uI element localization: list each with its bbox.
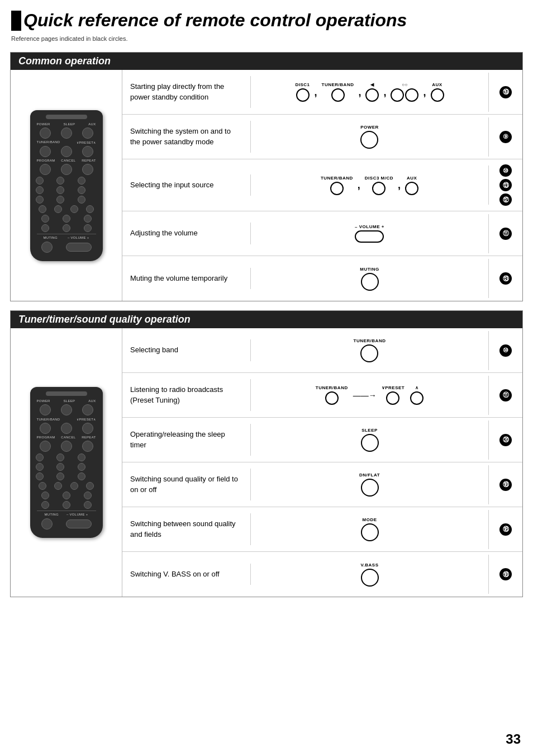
remote-btn-repeat[interactable]: [82, 164, 93, 175]
remote-btn-rew[interactable]: [54, 205, 62, 213]
remote-btn-ff[interactable]: [70, 205, 78, 213]
remote2-btn-stop[interactable]: [63, 492, 70, 499]
badge-11b: ⑪: [499, 389, 512, 401]
remote2-btn-power[interactable]: [40, 404, 51, 415]
remote2-btn-g4[interactable]: [36, 463, 44, 471]
remote2-label-aux: AUX: [88, 399, 96, 403]
remote-label-power: POWER: [37, 122, 50, 126]
remote2-btn-preset-up[interactable]: [82, 423, 93, 434]
remote2-btn-eq[interactable]: [63, 501, 70, 509]
vis-comma-6: ,: [398, 180, 401, 190]
remote-btn-deck2[interactable]: [86, 205, 94, 213]
vis-tunerband-label: TUNER/BAND: [322, 82, 354, 87]
remote2-btn-sleep[interactable]: [61, 404, 72, 415]
remote2-btn-play[interactable]: [84, 492, 92, 499]
tuner-op-row-3: Operating/releasing the sleep timer SLEE…: [122, 418, 522, 462]
vis-tunerband4-label: TUNER/BAND: [316, 385, 348, 390]
remote-label-sleep: SLEEP: [64, 122, 75, 126]
vis-aux-btn: AUX: [431, 82, 444, 102]
remote-btn-sleep[interactable]: [61, 127, 72, 139]
common-op-page-3: ⑩ ⑬ ⑫: [489, 159, 522, 211]
remote2-btn-g3[interactable]: [78, 453, 85, 461]
remote-btn-eq[interactable]: [63, 224, 70, 232]
vis-volume-label: – VOLUME +: [355, 224, 384, 229]
vis-tunerband2-btn: TUNER/BAND: [321, 176, 353, 195]
remote2-btn-volume[interactable]: [66, 519, 92, 528]
remote-btn-grid-9[interactable]: [78, 196, 85, 204]
remote-btn-grid-2[interactable]: [56, 177, 64, 185]
badge-9: ⑨: [499, 131, 512, 143]
remote-label-volume: – VOLUME +: [68, 236, 89, 239]
tuner-op-visual-1: TUNER/BAND: [251, 331, 489, 370]
remote-btn-tape[interactable]: [41, 215, 49, 223]
remote-btn-play[interactable]: [84, 215, 92, 223]
remote-btn-volume[interactable]: [66, 243, 92, 252]
remote-btn-grid-3[interactable]: [78, 177, 85, 185]
remote2-btn-g6[interactable]: [78, 463, 85, 471]
remote2-btn-program[interactable]: [40, 441, 51, 452]
remote2-btn-row-3: [35, 441, 98, 452]
remote-btn-grid-6[interactable]: [78, 186, 85, 194]
remote2-label-muting: MUTING: [45, 513, 59, 516]
remote2-btn-preset-down[interactable]: [61, 423, 72, 434]
remote-btn-preset-up[interactable]: [82, 146, 93, 157]
remote2-btn-vbass[interactable]: [41, 501, 49, 509]
remote2-btn-muting[interactable]: [41, 518, 53, 530]
remote-btn-grid-5[interactable]: [56, 186, 64, 194]
tuner-op-page-5: ⑱: [489, 518, 522, 541]
remote-label-tunerband: TUNER/BAND: [37, 140, 60, 144]
remote-btn-grid-1[interactable]: [36, 177, 44, 185]
remote-btn-preset-down[interactable]: [61, 146, 72, 157]
remote2-btn-g9[interactable]: [78, 472, 85, 480]
remote2-btn-mode[interactable]: [84, 501, 92, 509]
remote-btn-grid-8[interactable]: [56, 196, 64, 204]
remote-btn-stop[interactable]: [63, 215, 70, 223]
remote-btn-tunerband[interactable]: [40, 146, 51, 157]
remote2-btn-g5[interactable]: [56, 463, 64, 471]
remote2-label-volume: – VOLUME +: [66, 513, 88, 516]
remote-btn-aux[interactable]: [82, 127, 93, 139]
remote2-btn-g2[interactable]: [56, 453, 64, 461]
remote2-btn-deck2[interactable]: [86, 482, 94, 490]
remote-control-tuner: POWER SLEEP AUX TUNER/BAND ∨PRESET∧: [30, 387, 103, 538]
remote-btn-row-vol: [35, 242, 98, 253]
remote-btn-power[interactable]: [40, 127, 51, 139]
common-section-header: Common operation: [11, 53, 522, 70]
common-op-visual-4: – VOLUME +: [251, 214, 489, 253]
remote2-btn-deck1[interactable]: [39, 482, 46, 490]
common-op-row-5: Muting the volume temporarily MUTING ⑬: [122, 256, 522, 301]
remote2-btn-g1[interactable]: [36, 453, 44, 461]
remote2-btn-g8[interactable]: [56, 472, 64, 480]
remote2-btn-row-1: [35, 404, 98, 415]
remote-btn-vbass[interactable]: [41, 224, 49, 232]
remote-btn-grid-7[interactable]: [36, 196, 44, 204]
vis-vbass-circle: [361, 569, 379, 587]
remote2-label-row-1: POWER SLEEP AUX: [35, 399, 98, 403]
remote-btn-cancel[interactable]: [61, 164, 72, 175]
remote2-btn-rew[interactable]: [54, 482, 62, 490]
vis-input-row: TUNER/BAND , DISC3 M/CD , AUX: [318, 176, 421, 195]
tuner-op-visual-5: MODE: [251, 510, 489, 549]
vis-dnflat-label: DN/FLAT: [359, 472, 380, 478]
remote2-btn-aux[interactable]: [82, 404, 93, 415]
badge-12: ⑫: [499, 193, 512, 206]
remote-btn-grid-4[interactable]: [36, 186, 44, 194]
remote2-btn-g7[interactable]: [36, 472, 44, 480]
vis-disc3-label: DISC3 M/CD: [365, 176, 393, 181]
tuner-op-desc-1: Selecting band: [122, 339, 251, 361]
remote2-btn-row-deck: [35, 482, 98, 490]
remote-btn-deck1[interactable]: [39, 205, 46, 213]
remote2-btn-ff[interactable]: [70, 482, 78, 490]
common-op-row-3: Selecting the input source TUNER/BAND , …: [122, 159, 522, 211]
vis-sleep-label: SLEEP: [361, 428, 378, 433]
remote2-btn-tunerband[interactable]: [40, 423, 51, 434]
remote-btn-program[interactable]: [40, 164, 51, 175]
remote2-btn-cancel[interactable]: [61, 441, 72, 452]
page-title: Quick reference of remote control operat…: [23, 10, 407, 31]
common-operation-section: Common operation POWER SLEEP AUX TUNER/B…: [10, 52, 523, 301]
remote2-label-tunerband: TUNER/BAND: [37, 418, 60, 421]
remote-btn-muting[interactable]: [41, 242, 53, 253]
remote2-btn-repeat[interactable]: [82, 441, 93, 452]
remote2-btn-tape[interactable]: [41, 492, 49, 499]
remote-btn-mode[interactable]: [84, 224, 92, 232]
